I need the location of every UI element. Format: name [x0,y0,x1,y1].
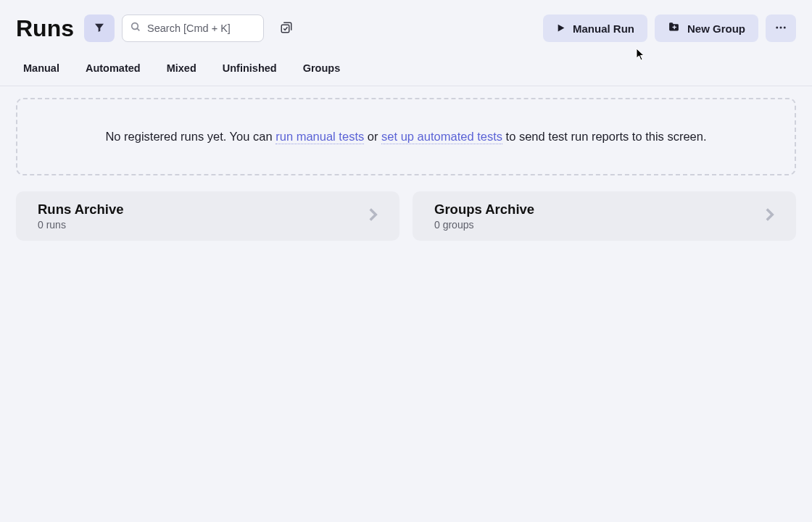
set-up-automated-tests-link[interactable]: set up automated tests [381,130,502,144]
play-icon [556,22,566,35]
more-horizontal-icon [774,21,787,36]
runs-archive-count: 0 runs [38,219,124,231]
empty-text-pre: No registered runs yet. You can [105,130,276,143]
chevron-right-icon [760,205,779,227]
chevron-right-icon [363,205,382,227]
search-input-group[interactable] [122,14,264,42]
groups-archive-count: 0 groups [434,219,534,231]
tabs: Manual Automated Mixed Unfinished Groups [0,42,812,86]
new-group-label: New Group [687,22,745,35]
empty-text-mid: or [364,130,381,143]
checklist-icon [280,21,293,36]
svg-line-1 [137,28,139,30]
tab-mixed[interactable]: Mixed [167,62,196,86]
svg-point-0 [132,23,138,30]
empty-state: No registered runs yet. You can run manu… [16,98,796,175]
run-manual-tests-link[interactable]: run manual tests [276,130,364,144]
tab-automated[interactable]: Automated [86,62,141,86]
groups-archive-title: Groups Archive [434,202,534,218]
more-menu-button[interactable] [766,14,796,42]
runs-archive-title: Runs Archive [38,202,124,218]
page-title: Runs [16,15,74,42]
svg-rect-2 [281,25,289,33]
svg-point-4 [780,26,782,28]
tab-groups[interactable]: Groups [303,62,341,86]
tab-unfinished[interactable]: Unfinished [223,62,277,86]
search-input[interactable] [147,22,256,34]
groups-archive-card[interactable]: Groups Archive 0 groups [413,191,796,241]
empty-text-post: to send test run reports to this screen. [502,130,707,143]
search-icon [130,21,141,36]
filter-icon [94,22,105,36]
svg-point-3 [776,26,778,28]
manual-run-button[interactable]: Manual Run [543,14,647,42]
folder-plus-icon [668,21,680,36]
tab-manual[interactable]: Manual [23,62,59,86]
filter-button[interactable] [84,14,115,42]
runs-archive-card[interactable]: Runs Archive 0 runs [16,191,399,241]
multi-select-button[interactable] [271,14,302,42]
new-group-button[interactable]: New Group [655,14,758,42]
manual-run-label: Manual Run [573,22,634,35]
svg-point-5 [784,26,786,28]
